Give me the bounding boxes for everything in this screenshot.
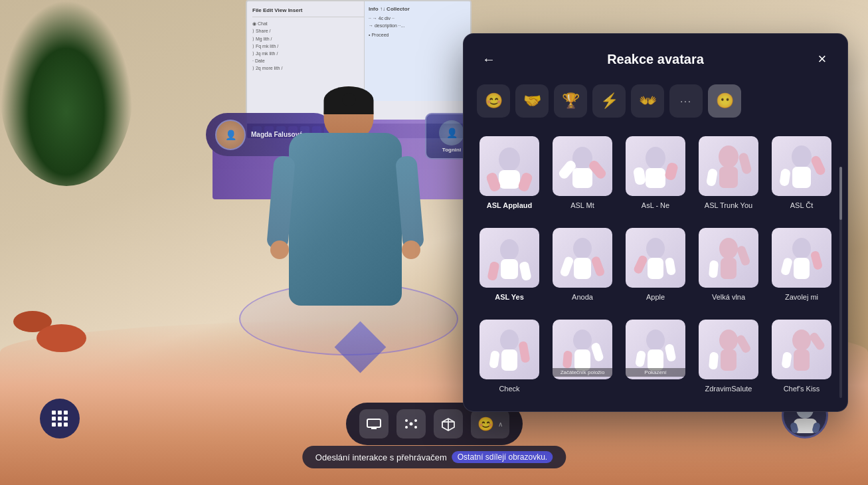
svg-rect-55	[709, 352, 719, 370]
svg-rect-9	[646, 168, 665, 188]
grid-dot	[52, 423, 56, 427]
svg-rect-27	[590, 256, 605, 278]
screen-content: File Edit View Insert ◉ Chat ⟩ Share / ⟩…	[247, 1, 470, 78]
category-trophy-btn[interactable]: 🏆	[554, 84, 587, 118]
reaction-chefs-kiss[interactable]: Chef's Kiss	[769, 314, 834, 398]
svg-rect-30	[633, 254, 649, 275]
toolbar-particles-btn[interactable]	[396, 409, 426, 438]
emoji-chevron-icon: ∧	[498, 421, 503, 428]
toolbar-box-btn[interactable]	[434, 409, 463, 438]
svg-rect-15	[706, 168, 718, 187]
category-hands-btn[interactable]: 👐	[631, 84, 664, 118]
svg-point-63	[409, 423, 412, 426]
dialog-scrollbar-thumb[interactable]	[839, 167, 842, 220]
reaction-label-asl-mt: ASL Mt	[570, 201, 594, 209]
svg-point-8	[646, 147, 665, 169]
svg-rect-47	[563, 351, 572, 369]
svg-point-66	[405, 426, 408, 429]
svg-point-28	[646, 238, 665, 259]
reaction-check[interactable]: Check	[477, 314, 542, 398]
reaction-apple[interactable]: Apple	[623, 223, 688, 306]
grid-dot	[64, 411, 68, 415]
reaction-label-chefs-kiss: Chef's Kiss	[784, 385, 820, 393]
svg-point-44	[573, 330, 592, 351]
grid-dot	[64, 423, 68, 427]
svg-rect-38	[810, 250, 824, 270]
svg-rect-57	[794, 349, 810, 371]
svg-point-64	[405, 419, 408, 422]
grid-dot	[58, 417, 62, 421]
grid-dot	[58, 423, 62, 427]
category-gesture-btn[interactable]: 🤝	[515, 84, 549, 118]
svg-rect-58	[808, 332, 826, 351]
svg-point-24	[573, 238, 592, 259]
category-more-btn[interactable]: ···	[669, 84, 703, 118]
grid-dot	[58, 411, 62, 415]
dialog-header: ← Reakce avatara ×	[477, 47, 834, 71]
svg-point-52	[719, 330, 738, 351]
reaction-zavolej-mi[interactable]: Zavolej mi	[769, 223, 834, 306]
reaction-thumb-asl-ct	[772, 136, 831, 196]
reaction-pokazeni[interactable]: Pokazení	[623, 314, 688, 398]
tree-decoration	[0, 0, 133, 186]
svg-point-32	[719, 238, 738, 259]
dialog-scrollbar-track[interactable]	[839, 167, 842, 398]
reaction-asl-yes[interactable]: ASL Yes	[477, 223, 542, 306]
reaction-asl-ne[interactable]: AsL - Ne	[623, 131, 688, 215]
svg-point-12	[719, 146, 738, 168]
reaction-label-asl-ct: ASL Čt	[790, 201, 813, 209]
svg-rect-54	[735, 334, 752, 354]
emoji-icon: 😊	[477, 416, 494, 432]
dialog-close-button[interactable]: ×	[810, 47, 834, 71]
svg-rect-50	[664, 343, 676, 362]
svg-rect-29	[648, 258, 663, 279]
svg-rect-41	[501, 349, 517, 371]
reaction-overlay-label-zacatecnik: Začátečník položio	[553, 368, 612, 377]
reaction-thumb-zavolej-mi	[772, 228, 831, 288]
reaction-anoda[interactable]: Anoda	[550, 223, 615, 306]
svg-rect-10	[633, 167, 646, 185]
grid-dot	[52, 417, 56, 421]
svg-rect-51	[635, 350, 646, 367]
toolbar-screen-btn[interactable]	[359, 409, 389, 438]
reaction-asl-trunk-you[interactable]: ASL Trunk You	[696, 131, 761, 215]
reaction-thumb-asl-applaud	[479, 136, 539, 196]
reaction-thumb-asl-ne	[626, 136, 685, 196]
svg-rect-46	[590, 342, 604, 363]
reakce-avatara-dialog: ← Reakce avatara × 😊 🤝 🏆 ⚡ 👐 ··· 😶 ASL A…	[463, 33, 848, 412]
svg-rect-26	[559, 256, 574, 278]
svg-rect-42	[518, 341, 530, 363]
reaction-label-check: Check	[499, 385, 519, 393]
reaction-overlay-label-pokazeni: Pokazení	[626, 368, 685, 377]
svg-rect-18	[810, 154, 826, 176]
notification-badge: Ostatní sdílejí obrazovku.	[452, 451, 553, 463]
grid-dot	[52, 411, 56, 415]
svg-rect-5	[572, 168, 592, 188]
reaction-zacatecnik[interactable]: Začátečník položio	[550, 314, 615, 398]
toolbar-emoji-btn[interactable]: 😊 ∧	[471, 409, 509, 438]
grid-menu-button[interactable]	[40, 399, 80, 438]
svg-rect-39	[780, 257, 793, 276]
svg-rect-43	[489, 350, 499, 369]
reaction-asl-applaud[interactable]: ASL Applaud	[477, 131, 542, 215]
svg-rect-22	[487, 261, 500, 281]
reaction-asl-mt[interactable]: ASL Mt	[550, 131, 615, 215]
dialog-back-button[interactable]: ←	[477, 47, 501, 71]
reaction-thumb-zacatecnik: Začátečník položio	[553, 320, 612, 379]
participant-avatar-1: 👤	[215, 120, 246, 150]
category-emoji-btn[interactable]: 😊	[477, 84, 510, 118]
svg-rect-23	[519, 261, 532, 281]
reactions-grid: ASL Applaud ASL Mt	[477, 131, 834, 398]
category-activity-btn[interactable]: ⚡	[592, 84, 626, 118]
reaction-label-asl-ne: AsL - Ne	[642, 201, 669, 209]
reaction-asl-ct[interactable]: ASL Čt	[769, 131, 834, 215]
category-face-btn[interactable]: 😶	[708, 84, 741, 118]
notification-bar: Odeslání interakce s přehrávačem Ostatní…	[302, 446, 566, 468]
reaction-label-zdravim-salute: ZdravimSalute	[705, 385, 752, 393]
svg-rect-60	[367, 419, 381, 427]
svg-rect-25	[574, 258, 591, 279]
svg-point-48	[646, 330, 665, 351]
svg-point-16	[792, 146, 812, 168]
reaction-zdravim-salute[interactable]: ZdravimSalute	[696, 314, 761, 398]
reaction-velka-vlna[interactable]: Velká vlna	[696, 223, 761, 306]
